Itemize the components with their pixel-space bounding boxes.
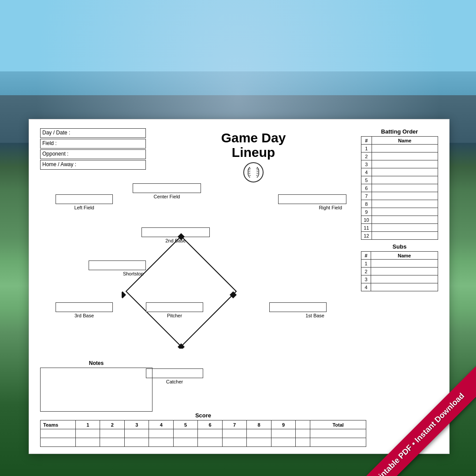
batting-order-row: 6 <box>361 184 438 192</box>
game-info-fields: Day / Date : Field : Opponent : Home / A… <box>40 128 146 171</box>
score-inning <box>149 429 173 438</box>
subs-title: Subs <box>361 243 438 250</box>
order-name-header: Name <box>372 137 438 145</box>
score-inning <box>296 429 310 438</box>
subs-name <box>371 275 438 283</box>
home-away-label: Home / Away : <box>42 161 78 167</box>
score-inning <box>124 438 149 447</box>
score-total <box>310 429 366 438</box>
score-col-header: 3 <box>124 420 149 429</box>
order-num-header: # <box>361 137 372 145</box>
order-name <box>372 176 438 184</box>
score-col-header: 8 <box>247 420 271 429</box>
order-name <box>372 184 438 192</box>
order-name <box>372 216 438 224</box>
subs-row: 2 <box>361 268 438 275</box>
baseball-diamond <box>122 230 241 350</box>
catcher-pos: Catcher <box>146 368 203 384</box>
score-inning <box>222 438 246 447</box>
batting-order-row: 4 <box>361 168 438 176</box>
score-section: Score Teams123456789Total <box>40 412 366 447</box>
baseball-icon <box>243 162 264 183</box>
right-field-pos: Right Field <box>278 194 346 210</box>
order-num: 3 <box>361 160 372 168</box>
batting-order-section: Batting Order # Name 123456789101112 Sub… <box>361 128 438 291</box>
svg-point-0 <box>244 163 263 182</box>
pitcher-pos: Pitcher <box>146 302 203 318</box>
score-col-header: 6 <box>198 420 222 429</box>
order-name <box>372 200 438 208</box>
lineup-card: Day / Date : Field : Opponent : Home / A… <box>29 119 450 454</box>
score-inning <box>271 438 295 447</box>
center-field-pos: Center Field <box>133 183 201 199</box>
score-inning <box>247 429 271 438</box>
subs-name <box>371 260 438 268</box>
score-title: Score <box>40 412 366 419</box>
score-col-header: 1 <box>76 420 100 429</box>
order-name <box>372 208 438 216</box>
batting-order-row: 11 <box>361 224 438 232</box>
score-inning <box>76 438 100 447</box>
subs-row: 4 <box>361 283 438 291</box>
batting-order-row: 3 <box>361 160 438 168</box>
order-name <box>372 168 438 176</box>
notes-title: Notes <box>40 360 152 366</box>
score-inning <box>149 438 173 447</box>
order-name <box>372 224 438 232</box>
score-total <box>310 438 366 447</box>
order-num: 2 <box>361 152 372 160</box>
field-label: Field : <box>42 140 59 146</box>
subs-name-header: Name <box>371 252 438 260</box>
score-col-header: 2 <box>100 420 124 429</box>
score-inning <box>76 429 100 438</box>
subs-name <box>371 268 438 275</box>
left-field-pos: Left Field <box>56 194 113 210</box>
title-area: Game Day Lineup <box>146 128 361 185</box>
subs-section: Subs # Name 1234 <box>361 243 438 291</box>
notes-section: Notes <box>40 360 152 412</box>
order-name <box>372 192 438 200</box>
score-col-header: Total <box>310 420 366 429</box>
score-col-header <box>296 420 310 429</box>
day-date-label: Day / Date : <box>42 130 72 136</box>
score-col-header: 4 <box>149 420 173 429</box>
batting-order-row: 10 <box>361 216 438 224</box>
order-name <box>372 160 438 168</box>
subs-row: 1 <box>361 260 438 268</box>
score-table: Teams123456789Total <box>40 420 366 447</box>
subs-row: 3 <box>361 275 438 283</box>
score-inning <box>222 429 246 438</box>
subs-table: # Name 1234 <box>361 251 438 291</box>
score-inning <box>271 429 295 438</box>
batting-order-row: 9 <box>361 208 438 216</box>
order-name <box>372 152 438 160</box>
score-inning <box>124 429 149 438</box>
order-name <box>372 232 438 240</box>
batting-order-row: 2 <box>361 152 438 160</box>
score-inning <box>173 429 197 438</box>
order-num: 5 <box>361 176 372 184</box>
order-num: 1 <box>361 145 372 152</box>
batting-order-row: 5 <box>361 176 438 184</box>
score-col-header: 9 <box>271 420 295 429</box>
score-team <box>41 438 76 447</box>
batting-order-row: 8 <box>361 200 438 208</box>
notes-box[interactable] <box>40 368 152 412</box>
opponent-label: Opponent : <box>42 151 70 157</box>
score-inning <box>100 429 124 438</box>
order-num: 4 <box>361 168 372 176</box>
batting-order-table: # Name 123456789101112 <box>361 136 438 240</box>
score-inning <box>296 438 310 447</box>
score-inning <box>100 438 124 447</box>
third-base-pos: 3rd Base <box>56 302 113 318</box>
first-base-pos: 1st Base <box>269 302 327 318</box>
batting-order-row: 1 <box>361 145 438 152</box>
score-inning <box>198 438 222 447</box>
order-name <box>372 145 438 152</box>
score-col-header: 7 <box>222 420 246 429</box>
batting-order-row: 12 <box>361 232 438 240</box>
page-title: Game Day Lineup <box>146 130 361 160</box>
score-inning <box>247 438 271 447</box>
svg-marker-5 <box>122 291 126 298</box>
score-inning <box>198 429 222 438</box>
